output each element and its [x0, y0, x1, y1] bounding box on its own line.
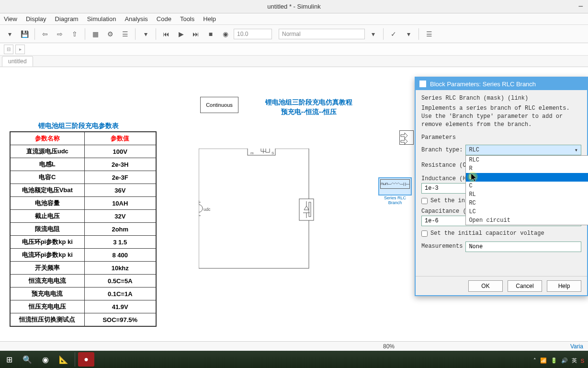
measurements-select[interactable] — [465, 242, 581, 252]
ok-button[interactable]: OK — [468, 280, 503, 292]
menu-bar: View Display Diagram Simulation Analysis… — [0, 13, 588, 25]
stoptime-input[interactable] — [234, 29, 272, 39]
mode-dropdown-icon[interactable]: ▾ — [366, 27, 380, 41]
list-icon[interactable]: ☰ — [422, 27, 436, 41]
search-icon[interactable]: 🔍 — [19, 352, 35, 367]
update-icon[interactable]: ▾ — [139, 27, 152, 41]
new-icon[interactable]: ▾ — [3, 27, 16, 41]
option-open[interactable]: Open circuit — [466, 216, 588, 225]
series-rlc-block[interactable]: ⊓⊔⊓—◠◠◠—| |— — [378, 177, 412, 196]
chrome-icon[interactable]: ◉ — [37, 352, 54, 367]
breadcrumb-bar: ⊟ ▸ — [0, 43, 588, 56]
dialog-titlebar[interactable]: Block Parameters: Series RLC Branch — [416, 78, 587, 90]
table-row: 开关频率 — [10, 262, 84, 275]
table-row: 预充电电流 — [10, 288, 84, 300]
udc-source-label: udc — [204, 207, 211, 212]
matlab-icon[interactable]: 📐 — [56, 352, 72, 367]
pin-icon[interactable]: ▸ — [15, 45, 25, 54]
step-back-icon[interactable]: ⏮ — [159, 27, 173, 41]
menu-help[interactable]: Help — [203, 15, 216, 23]
record-icon[interactable]: ◉ — [219, 27, 232, 41]
step-forward-icon[interactable]: ⏭ — [189, 27, 203, 41]
status-right-text: Varia — [570, 343, 583, 350]
table-cell: 2e-3F — [84, 171, 156, 184]
branch-type-options: RLC R L C RL RC LC Open circuit — [465, 155, 588, 225]
svg-text:S: S — [271, 151, 274, 155]
check-icon[interactable]: ✓ — [387, 27, 400, 41]
svg-text:m: m — [250, 151, 254, 155]
hide-icon[interactable]: ⊟ — [4, 45, 13, 54]
up-icon[interactable]: ⇧ — [68, 27, 81, 41]
init-inductor-checkbox[interactable] — [421, 198, 428, 204]
table-cell: 2ohm — [84, 223, 156, 236]
rlc-block-label: Series RLC Branch — [377, 196, 413, 205]
menu-display[interactable]: Display — [26, 15, 46, 23]
table-cell: SOC=97.5% — [84, 313, 156, 327]
table-row: 电容C — [10, 171, 84, 184]
start-icon[interactable]: ⊞ — [1, 352, 17, 367]
table-cell: 8 400 — [84, 249, 156, 262]
table-cell: 36V — [84, 184, 156, 197]
powergui-block[interactable]: Continuous — [200, 97, 238, 113]
stop-icon[interactable]: ■ — [204, 27, 217, 41]
table-row: 恒流恒压切换测试点 — [10, 313, 84, 327]
help-button[interactable]: Help — [547, 280, 581, 292]
window-titlebar: untitled * - Simulink − — [0, 0, 588, 13]
option-l[interactable]: L — [466, 173, 588, 182]
table-row: 电流环pi参数kp ki — [10, 249, 84, 262]
branch-type-dropdown[interactable]: RLC▾ RLC R L C RL RC LC Open circuit — [465, 145, 581, 155]
option-rc[interactable]: RC — [466, 199, 588, 207]
library-icon[interactable]: ▦ — [89, 27, 102, 41]
init-capacitor-label: Set the initial capacitor voltage — [430, 230, 544, 237]
option-rlc[interactable]: RLC — [466, 156, 588, 164]
record-app-icon[interactable]: ● — [78, 352, 94, 367]
dialog-button-bar: OK Cancel Help — [416, 276, 587, 295]
cancel-button[interactable]: Cancel — [508, 280, 542, 292]
tray-up-icon[interactable]: ˄ — [533, 357, 536, 364]
volume-icon[interactable]: 🔊 — [561, 357, 568, 364]
svg-rect-0 — [199, 149, 309, 268]
battery-icon[interactable]: 🔋 — [551, 357, 557, 364]
ime-indicator[interactable]: 英 — [572, 357, 577, 364]
config-icon[interactable]: ⚙ — [103, 27, 117, 41]
table-row: 限流电阻 — [10, 223, 84, 236]
menu-diagram[interactable]: Diagram — [55, 15, 79, 23]
circuit-diagram[interactable]: g D m S udc — [199, 149, 318, 283]
dialog-title: Block Parameters: Series RLC Branch — [430, 80, 536, 88]
table-cell: 10khz — [84, 262, 156, 275]
option-r[interactable]: R — [466, 164, 588, 173]
network-icon[interactable]: 📶 — [540, 357, 547, 364]
menu-code[interactable]: Code — [157, 15, 171, 23]
svg-point-8 — [199, 205, 203, 212]
table-row: 电感L — [10, 158, 84, 171]
explorer-icon[interactable]: ☰ — [118, 27, 132, 41]
menu-view[interactable]: View — [4, 15, 17, 23]
sim-mode-select[interactable] — [279, 29, 365, 39]
save-icon[interactable]: 💾 — [18, 27, 31, 41]
branch-type-label: Branch type: — [421, 147, 463, 153]
back-icon[interactable]: ⇦ — [38, 27, 52, 41]
table-cell: 41.9V — [84, 300, 156, 313]
init-capacitor-checkbox[interactable] — [421, 230, 428, 237]
tab-untitled[interactable]: untitled — [2, 56, 33, 67]
zoom-level: 80% — [383, 343, 395, 350]
run-icon[interactable]: ▶ — [174, 27, 188, 41]
forward-icon[interactable]: ⇨ — [53, 27, 67, 41]
table-cell: 100V — [84, 145, 156, 158]
build-icon[interactable]: ▾ — [402, 27, 415, 41]
branch-type-value: RLC — [469, 147, 479, 153]
menu-simulation[interactable]: Simulation — [87, 15, 116, 23]
option-c[interactable]: C — [466, 182, 588, 190]
window-title: untitled * - Simulink — [267, 3, 320, 10]
connector-block[interactable] — [399, 130, 414, 145]
option-rl[interactable]: RL — [466, 190, 588, 199]
table-header-value: 参数值 — [84, 132, 156, 145]
minimize-icon[interactable]: − — [578, 1, 583, 12]
table-row: 直流源电压udc — [10, 145, 84, 158]
option-lc[interactable]: LC — [466, 207, 588, 216]
menu-analysis[interactable]: Analysis — [124, 15, 147, 23]
table-title: 锂电池组三阶段充电参数表 — [38, 122, 119, 130]
sim-title-line2: 预充电--恒流--恒压 — [281, 108, 337, 115]
s-indicator[interactable]: S — [581, 358, 584, 364]
menu-tools[interactable]: Tools — [180, 15, 194, 23]
